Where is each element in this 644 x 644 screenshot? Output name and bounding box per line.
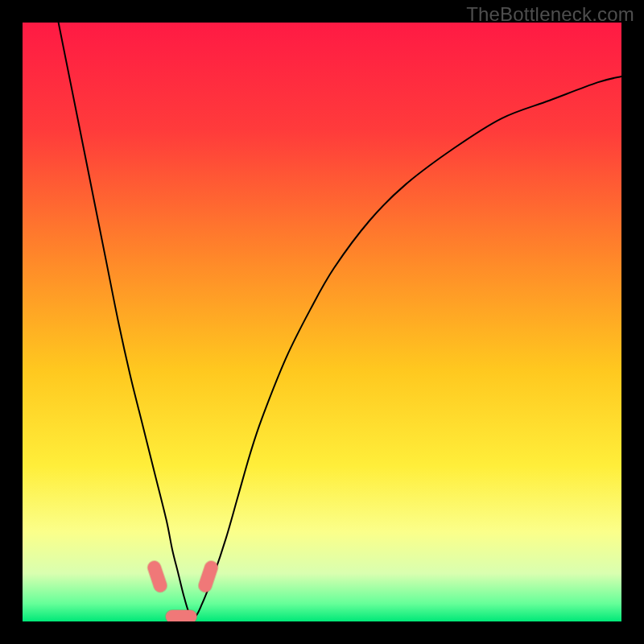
- chart-frame: TheBottleneck.com: [0, 0, 644, 644]
- left-pill: [155, 568, 160, 585]
- plot-area: [23, 23, 621, 621]
- chart-svg: [23, 23, 621, 621]
- right-pill: [205, 568, 211, 585]
- gradient-background: [23, 23, 621, 621]
